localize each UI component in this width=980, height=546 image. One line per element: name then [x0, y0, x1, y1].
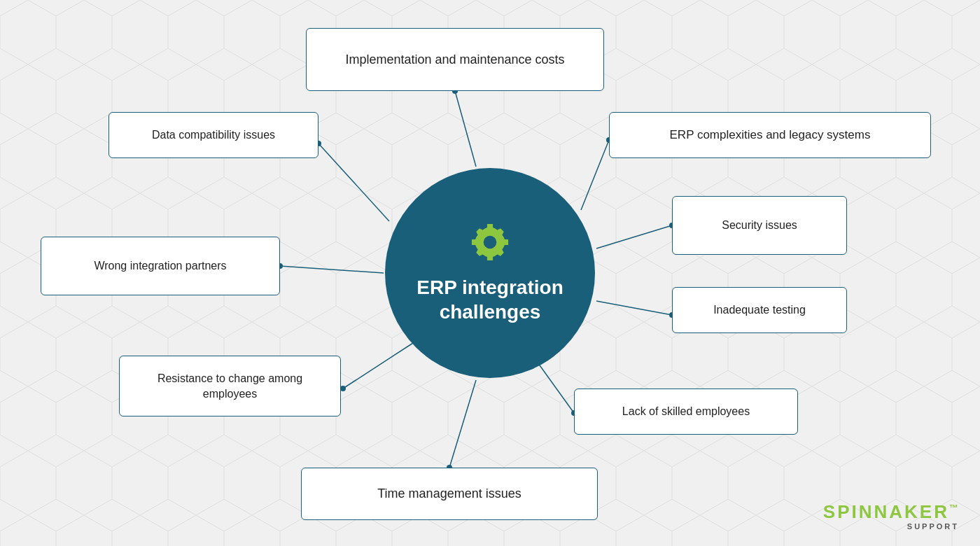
- svg-point-15: [340, 386, 346, 391]
- svg-line-14: [343, 343, 413, 388]
- logo-subtitle: SUPPORT: [907, 522, 959, 531]
- box-time-management: Time management issues: [301, 468, 598, 520]
- center-circle: ERP integration challenges: [385, 168, 595, 378]
- box-erp-complexities: ERP complexities and legacy systems: [609, 112, 931, 158]
- logo: SPINNAKER™ SUPPORT: [823, 503, 960, 531]
- box-implementation: Implementation and maintenance costs: [306, 28, 604, 91]
- box-security: Security issues: [672, 196, 847, 255]
- svg-line-2: [455, 91, 476, 167]
- logo-tm: ™: [949, 503, 960, 513]
- diagram-container: ERP integration challenges Implementatio…: [0, 0, 980, 546]
- logo-text-spinnaker: SPINNAKER: [823, 501, 949, 522]
- svg-line-12: [596, 301, 672, 315]
- logo-name: SPINNAKER™: [823, 503, 960, 521]
- box-data-compatibility: Data compatibility issues: [108, 112, 318, 158]
- svg-line-16: [536, 360, 574, 413]
- box-resistance: Resistance to change among employees: [119, 356, 341, 416]
- svg-line-10: [596, 225, 672, 248]
- svg-line-18: [449, 380, 476, 468]
- svg-line-6: [581, 140, 609, 210]
- box-wrong-integration: Wrong integration partners: [41, 237, 280, 295]
- svg-line-8: [280, 266, 384, 273]
- svg-line-4: [318, 144, 389, 221]
- box-inadequate-testing: Inadequate testing: [672, 287, 847, 333]
- box-lack-skilled: Lack of skilled employees: [574, 388, 798, 435]
- gear-icon: [470, 222, 510, 268]
- center-title: ERP integration challenges: [385, 275, 595, 324]
